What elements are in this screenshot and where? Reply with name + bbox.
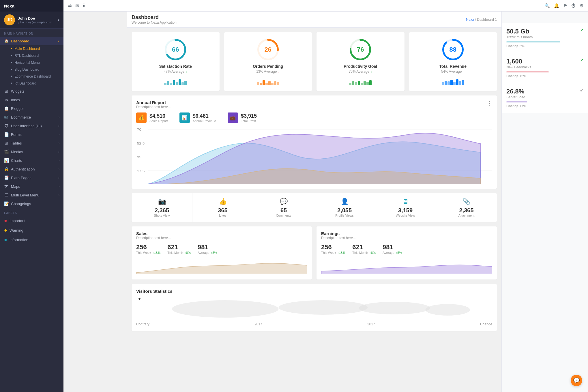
total-profit-icon: 💼 (228, 112, 238, 123)
visitors-footer-change: Change (480, 322, 492, 326)
breadcrumb-home[interactable]: Nexa (466, 18, 474, 22)
label-warning[interactable]: ● Warning (0, 226, 63, 235)
sidebar-item-label: Forms (11, 132, 22, 137)
dot-icon: • (11, 54, 12, 58)
report-stats: 💰 $4,516 Sales Report 📊 $6,481 Annual Re… (136, 112, 492, 123)
comments-label: Comments (258, 214, 309, 217)
social-stat-likes: 👍 365 Likes (192, 193, 253, 222)
sidebar-item-ecommerce[interactable]: 🛒 Ecommerce › (0, 113, 63, 121)
annual-report-header: Annual Report Description text here... ⋮ (136, 100, 492, 109)
sidebar-item-medias[interactable]: 🎬 Medias › (0, 147, 63, 156)
earnings-title: Earnings (321, 231, 492, 236)
sidebar-item-inbox[interactable]: ✉ Inbox (0, 95, 63, 104)
chat-button[interactable]: 💬 (571, 375, 582, 386)
feedbacks-label: New Feedbacks (506, 65, 583, 69)
attachment-icon: 📎 (441, 198, 492, 205)
sidebar-item-multilevel[interactable]: ☰ Multi Level Menu › (0, 191, 63, 199)
sales-this-month: 621 This Month +8% (167, 243, 191, 254)
power-icon[interactable]: ⏻ (571, 3, 576, 8)
orders-value: 26 (265, 46, 271, 53)
sidebar-item-charts[interactable]: 📊 Charts › (0, 156, 63, 165)
attachment-value: 2,365 (441, 207, 492, 214)
sidebar-subitem-rtl-dashboard[interactable]: • RTL Dashboard (0, 52, 63, 59)
ui-icon: 🖼 (4, 123, 9, 128)
sidebar-item-maps[interactable]: 🗺 Maps › (0, 182, 63, 191)
orders-label: Orders Pending (253, 64, 283, 69)
annual-revenue-value: $6,481 (193, 113, 216, 119)
feedbacks-change: Change 15% (506, 74, 583, 78)
sidebar-item-dashboard[interactable]: 🏠 Dashboard ▾ (0, 37, 63, 45)
social-stat-profile-views: 👤 2,055 Profile Views (314, 193, 375, 222)
arrows-icon[interactable]: ⇄ (68, 3, 72, 8)
sidebar-item-widgets[interactable]: ⊞ Widgets (0, 87, 63, 95)
auth-icon: 🔒 (4, 167, 9, 171)
forms-arrow-icon: › (59, 133, 59, 136)
sidebar-item-tables[interactable]: ⊞ Tables › (0, 139, 63, 147)
server-bar (506, 102, 527, 102)
server-label: Server Load (506, 95, 583, 99)
sidebar-item-ui[interactable]: 🖼 User Interface (UI) › (0, 121, 63, 130)
charts-arrow-icon: › (59, 159, 59, 162)
sidebar-subitem-blog-dashboard[interactable]: • Blog Dashboard (0, 66, 63, 73)
stat-card-orders: 26 Orders Pending 13% Average ↓ (224, 32, 312, 91)
extra-pages-icon: 📑 (4, 175, 9, 180)
medias-icon: 🎬 (4, 149, 9, 154)
annual-report-title: Annual Report (136, 100, 171, 105)
likes-icon: 👍 (197, 198, 248, 205)
user-chevron-icon[interactable]: ▾ (58, 18, 59, 22)
search-icon[interactable]: 🔍 (544, 3, 550, 8)
satisfaction-value: 66 (172, 46, 179, 53)
productivity-circle: 76 (349, 38, 372, 61)
user-info: John Doe john.doe@example.com (18, 16, 55, 24)
social-stat-comments: 💬 65 Comments (253, 193, 314, 222)
label-important[interactable]: ● Important (0, 216, 63, 226)
maps-icon: 🗺 (4, 184, 9, 189)
extra-pages-arrow-icon: › (59, 176, 59, 179)
sidebar-item-blogger[interactable]: 📋 Blogger (0, 104, 63, 113)
profile-views-label: Profile Views (319, 214, 370, 217)
sales-report-icon: 💰 (136, 112, 147, 123)
traffic-bar (506, 42, 560, 42)
sidebar-item-forms[interactable]: 📄 Forms › (0, 130, 63, 139)
user-email: john.doe@example.com (18, 20, 55, 24)
sales-this-week: 256 This Week +18% (136, 243, 160, 254)
auth-arrow-icon: › (59, 168, 59, 171)
sidebar-item-changelogs[interactable]: 📝 Changelogs (0, 199, 63, 208)
dashboard-arrow-icon: ▾ (58, 40, 59, 43)
right-metric-server: 26.8% ↙ Server Load Change 17% (502, 83, 588, 113)
sidebar-item-label: Ecommerce (11, 115, 31, 119)
settings-icon[interactable]: ⚙ (580, 3, 583, 8)
envelope-icon[interactable]: ✉ (75, 3, 79, 8)
grid-icon[interactable]: ⠿ (83, 3, 86, 8)
more-options-icon[interactable]: ⋮ (487, 100, 492, 106)
user-panel[interactable]: JD John Doe john.doe@example.com ▾ (0, 12, 63, 29)
sidebar-item-label: Medias (11, 150, 23, 154)
label-information[interactable]: ● Information (0, 235, 63, 245)
maps-arrow-icon: › (59, 185, 59, 188)
revenue-value: 88 (450, 46, 456, 53)
sidebar-subitem-horizontal-menu[interactable]: • Horizontal Menu (0, 59, 63, 66)
visitors-footer-2017-2: 2017 (367, 322, 375, 326)
sales-mini-chart (136, 257, 307, 274)
productivity-avg: 75% Average ↑ (349, 70, 372, 74)
total-profit-value: $3,915 (241, 113, 257, 119)
home-icon: 🏠 (4, 39, 9, 43)
sidebar: Nexa JD John Doe john.doe@example.com ▾ … (0, 0, 63, 392)
revenue-avg: 54% Average ↑ (441, 70, 465, 74)
important-dot-icon: ● (4, 218, 7, 224)
earnings-card: Earnings Description text here... 256 Th… (317, 226, 497, 280)
website-view-icon: 🖥 (380, 198, 431, 205)
page-header: Dashboard Welcome to Nexa Application Ne… (127, 12, 501, 28)
earnings-stats-row: 256 This Week +18% 621 This Month +8% 98… (321, 243, 492, 254)
stat-card-satisfaction: 66 Satisfaction Rate 47% Average ↑ (132, 32, 220, 91)
stat-card-productivity: 76 Productivity Goal 75% Average ↑ (317, 32, 405, 91)
sidebar-item-authentication[interactable]: 🔒 Authentication › (0, 165, 63, 173)
sidebar-subitem-iot-dashboard[interactable]: • Iot Dashboard (0, 80, 63, 87)
bell-icon[interactable]: 🔔 (554, 3, 559, 8)
sidebar-subitem-main-dashboard[interactable]: • Main Dashboard (0, 45, 63, 52)
dot-icon: • (11, 74, 12, 78)
shots-label: Shots View (136, 214, 188, 217)
flag-icon[interactable]: ⚑ (563, 3, 567, 8)
sidebar-item-extra-pages[interactable]: 📑 Extra Pages › (0, 173, 63, 182)
sidebar-subitem-ecommerce-dashboard[interactable]: • Ecommerce Dashboard (0, 73, 63, 80)
